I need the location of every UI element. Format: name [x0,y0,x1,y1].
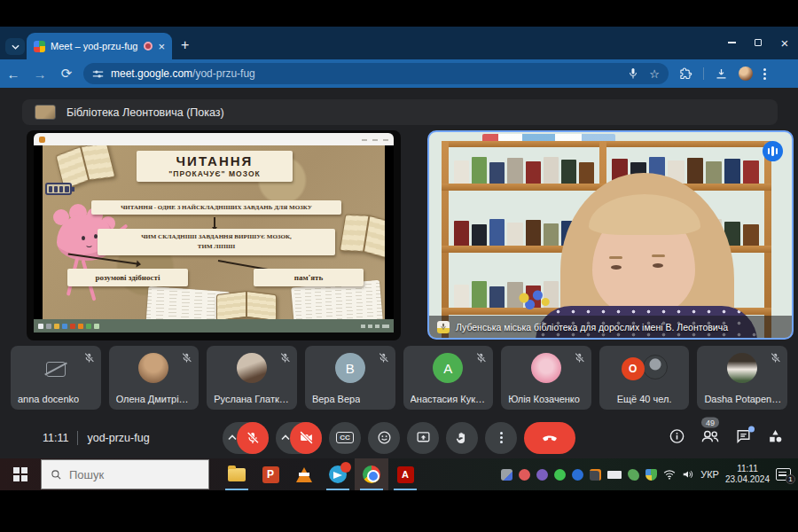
snip-icon[interactable] [590,469,601,481]
present-screen-button[interactable] [407,422,439,454]
language-indicator[interactable]: УКР [700,469,719,480]
presentation-banner[interactable]: Бібліотека Леонтовича (Показ) [22,99,778,125]
participant-tile[interactable]: anna docenko [11,346,101,410]
minimize-icon [728,42,736,43]
tray-device-icon[interactable] [501,469,512,481]
extensions-icon[interactable] [679,67,692,81]
raise-hand-button[interactable] [446,422,478,454]
chrome-menu-icon[interactable] [763,68,766,80]
cc-icon: CC [336,432,354,443]
arrow-down [214,217,215,227]
bookmark-star-icon[interactable]: ☆ [649,67,660,81]
participant-tile[interactable]: Юлія Козаченко [501,346,591,410]
toolbar-divider [703,67,704,80]
window-minimize-button[interactable] [724,35,739,50]
tray-app-icon[interactable] [519,469,530,481]
reactions-button[interactable] [368,422,400,454]
new-tab-button[interactable]: + [181,38,189,52]
meet-favicon-icon [34,41,45,52]
file-explorer-icon [228,468,246,481]
taskbar-vlc[interactable] [287,458,321,490]
slide-subtitle: "ПРОКАЧУЄ" МОЗОК [140,169,289,178]
mic-options-chevron-icon[interactable] [228,434,237,441]
participant-tile[interactable]: Руслана Глатк… [207,346,297,410]
tab-meet[interactable]: Meet – yod-przu-fug × [27,33,172,59]
taskbar-search[interactable] [41,459,209,489]
participant-tile[interactable]: В Вера Вера [305,346,395,410]
url-text: meet.google.com/yod-przu-fug [111,67,255,80]
camera-off-icon [299,430,314,445]
tab-search-button[interactable] [5,38,25,55]
start-button[interactable] [0,458,41,490]
audio-speaking-indicator-icon [763,141,783,161]
tray-green-icon[interactable] [628,469,639,481]
shared-screen-tile[interactable]: ЧИТАННЯ "ПРОКАЧУЄ" МОЗОК ЧИТАННЯ - ОДНЕ … [27,130,401,340]
window-close-button[interactable]: × [777,35,793,50]
taskbar-chrome[interactable] [355,458,388,490]
taskbar-explorer[interactable] [220,458,254,490]
avatar [138,353,168,383]
site-settings-icon [92,68,104,80]
participants-button[interactable]: 49 [700,427,720,448]
chrome-tab-strip: Meet – yod-przu-fug × + × [0,27,798,59]
caption-badge-icon [437,321,450,333]
shared-screen-taskbar [34,319,394,332]
search-icon [51,469,62,481]
activities-button[interactable] [767,427,784,448]
windows-logo-icon [13,467,27,481]
mic-muted-icon [378,351,389,367]
avatar-letter: В [335,353,365,383]
volume-icon[interactable] [682,469,694,480]
viber-icon[interactable] [536,469,548,481]
search-input[interactable] [69,468,176,481]
profile-avatar[interactable] [739,66,753,81]
reload-icon[interactable]: ⟳ [53,66,80,82]
camera-toggle-button[interactable] [290,422,322,454]
participant-tile[interactable]: А Анастасия Кук… [403,346,494,410]
camera-off-placeholder-icon [46,362,66,377]
taskbar-powerpoint[interactable]: P [254,458,287,490]
action-center-icon[interactable]: 1 [776,468,791,481]
forward-icon[interactable]: → [27,66,53,82]
participant-tile[interactable]: Олена Дмитрі… [109,346,200,410]
camera-options-chevron-icon[interactable] [281,434,290,441]
participant-name: Руслана Глатк… [214,394,288,404]
avatar [531,353,561,383]
stacked-avatars: О [622,355,668,381]
tab-close-icon[interactable]: × [158,41,165,52]
acrobat-icon: A [397,466,414,483]
bluetooth-icon[interactable] [572,469,583,481]
captions-button[interactable]: CC [329,422,361,454]
participant-name: Dasha Potapen… [704,394,781,404]
avatar [643,355,668,379]
end-call-icon [541,429,559,447]
people-icon [700,427,720,444]
avatar [727,353,757,383]
participant-tile-more[interactable]: О Ещё 40 чел. [599,346,690,410]
shared-window-controls [362,137,388,141]
taskbar-acrobat[interactable]: A [388,458,422,490]
meeting-details-button[interactable] [669,427,685,448]
slide-branch-left: розумові здібності [67,269,188,286]
participant-tile[interactable]: Dasha Potapen… [697,346,787,410]
end-call-button[interactable] [524,422,575,454]
taskbar-telegram[interactable] [321,458,355,490]
more-options-button[interactable] [485,422,517,454]
speaker-video-tile[interactable]: Лубенська міська бібліотека для дорослих… [427,130,794,340]
back-icon[interactable]: ← [0,66,27,82]
chat-button[interactable] [735,427,752,448]
wifi-icon[interactable] [663,469,676,480]
battery-icon[interactable] [607,471,622,479]
windows-taskbar: P A УКР 11:11 23.04.2024 1 [0,458,798,490]
download-icon[interactable] [715,67,728,81]
books-row [454,157,594,184]
taskbar-clock[interactable]: 11:11 23.04.2024 [725,464,770,486]
whatsapp-icon[interactable] [554,469,566,481]
system-tray: УКР 11:11 23.04.2024 1 [501,464,798,486]
mic-toggle-button[interactable] [237,422,269,454]
slide-text-box: ЧИМ СКЛАДНІШІ ЗАВДАННЯ ВИРІШУЄ МОЗОК, ТИ… [98,229,335,255]
window-maximize-button[interactable] [750,35,766,50]
voice-search-icon[interactable] [628,67,638,80]
defender-shield-icon[interactable] [645,469,657,481]
address-bar[interactable]: meet.google.com/yod-przu-fug ☆ [83,63,669,84]
